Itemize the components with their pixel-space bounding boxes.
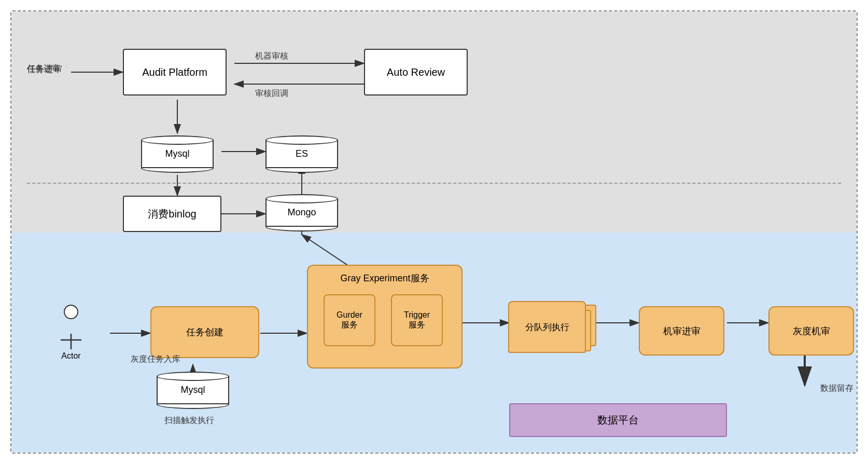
- box-trigger: Trigger 服务: [391, 294, 443, 346]
- label-scan-trigger: 扫描触发执行: [164, 415, 214, 426]
- label-gray-exp: Gray Experiment服务: [308, 272, 461, 284]
- label-data-retention: 数据留存: [820, 383, 853, 394]
- box-audit-platform: Audit Platform: [123, 49, 227, 95]
- box-auto-review: Auto Review: [364, 49, 468, 95]
- cylinder-mongo: Mongo: [265, 192, 338, 234]
- box-gray-machine: 灰度机审: [768, 306, 854, 356]
- queue-card-1: 分队列执行: [508, 301, 586, 353]
- actor-figure: Actor: [58, 305, 84, 361]
- actor-label: Actor: [61, 351, 80, 361]
- label-renwu-jinshen: 任务进审: [27, 63, 62, 75]
- box-machine-advance: 机审进审: [639, 306, 724, 356]
- dashed-divider: [27, 183, 841, 184]
- actor-head: [64, 305, 78, 319]
- box-task-create: 任务创建: [150, 306, 259, 358]
- box-consume-binlog: 消费binlog: [123, 196, 221, 232]
- box-gurder: Gurder 服务: [324, 294, 375, 346]
- box-gray-experiment: Gray Experiment服务 Gurder 服务 Trigger 服务: [307, 265, 463, 369]
- cylinder-es: ES: [265, 133, 338, 175]
- label-review-callback: 审核回调: [255, 88, 288, 99]
- cylinder-mysql-bottom: Mysql: [157, 370, 229, 411]
- cylinder-mysql-top: Mysql: [141, 133, 214, 175]
- label-gray-task-entry: 灰度任务入库: [131, 354, 180, 365]
- diagram-wrapper: 任务进审 Audit Platform 机器审核 审核回调 Auto Revie…: [0, 0, 868, 464]
- outer-container: 任务进审 Audit Platform 机器审核 审核回调 Auto Revie…: [10, 10, 858, 454]
- box-data-platform: 数据平台: [509, 403, 727, 437]
- label-machine-review: 机器审核: [255, 51, 288, 62]
